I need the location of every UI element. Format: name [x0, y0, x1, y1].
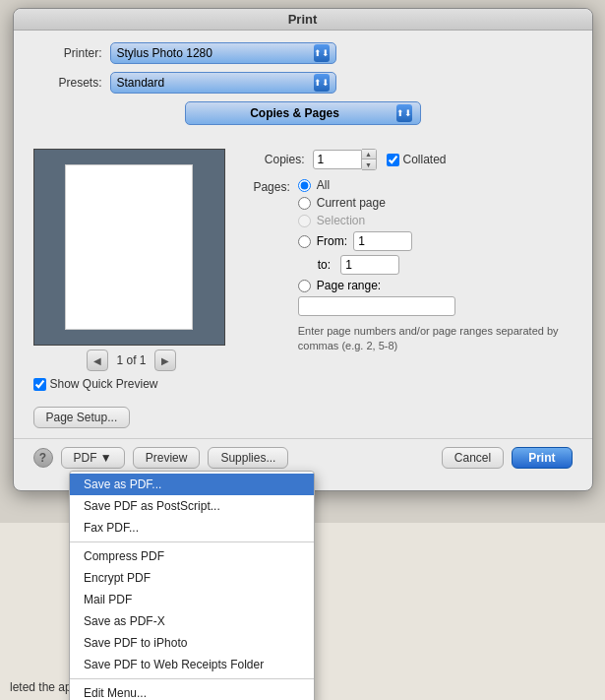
- radio-all-item: All: [298, 178, 573, 192]
- copies-label: Copies:: [246, 153, 305, 166]
- page-range-input[interactable]: [298, 296, 455, 316]
- copies-pages-label: Copies & Pages: [194, 106, 396, 120]
- presets-select-arrow: ⬆⬇: [314, 74, 330, 92]
- pdf-button[interactable]: PDF ▼: [61, 447, 125, 469]
- radio-current[interactable]: [298, 197, 311, 210]
- to-row: to:: [318, 255, 573, 275]
- main-content: ◀ 1 of 1 ▶ Show Quick Preview Copies: ▲ …: [14, 141, 592, 399]
- pages-radio-group: All Current page Selection From:: [298, 178, 573, 354]
- preview-controls: ◀ 1 of 1 ▶: [33, 350, 230, 371]
- page-setup-button[interactable]: Page Setup...: [33, 407, 131, 428]
- copies-pages-arrow: ⬆⬇: [396, 104, 412, 122]
- quick-preview-checkbox[interactable]: [33, 378, 46, 391]
- preview-box: [33, 149, 225, 346]
- radio-selection: [298, 215, 311, 227]
- presets-select[interactable]: Standard ⬆⬇: [110, 72, 336, 94]
- pages-row: Pages: All Current page Selection: [246, 178, 573, 354]
- next-page-button[interactable]: ▶: [154, 350, 176, 371]
- radio-from[interactable]: [298, 235, 311, 248]
- options-area: Copies: ▲ ▼ Collated Pages:: [246, 149, 573, 391]
- presets-label: Presets:: [33, 76, 102, 90]
- pdf-menu-item-2[interactable]: Fax PDF...: [70, 517, 314, 539]
- printer-select-value: Stylus Photo 1280: [117, 46, 314, 60]
- radio-range-label: Page range:: [317, 279, 381, 292]
- radio-all-label: All: [317, 178, 330, 192]
- pdf-menu-item-1[interactable]: Save PDF as PostScript...: [70, 495, 314, 517]
- pdf-menu-item-5[interactable]: Mail PDF: [70, 589, 314, 610]
- preview-page: [65, 164, 193, 330]
- quick-preview-row: Show Quick Preview: [33, 377, 230, 391]
- presets-select-value: Standard: [117, 76, 314, 90]
- pdf-dropdown-menu: Save as PDF... Save PDF as PostScript...…: [69, 471, 315, 700]
- pdf-menu-divider-1: [70, 541, 314, 542]
- form-area: Printer: Stylus Photo 1280 ⬆⬇ Presets: S…: [14, 31, 592, 141]
- radio-selection-label: Selection: [317, 214, 365, 227]
- page-setup-row: Page Setup...: [14, 399, 592, 432]
- printer-select-arrow: ⬆⬇: [314, 44, 330, 62]
- pdf-menu-item-0[interactable]: Save as PDF...: [70, 474, 314, 495]
- pdf-menu-item-9[interactable]: Edit Menu...: [70, 682, 314, 700]
- dialog-title-bar: Print: [14, 9, 592, 31]
- from-label: From:: [317, 234, 347, 248]
- copies-row: Copies: ▲ ▼ Collated: [246, 149, 573, 170]
- print-dialog: Print Printer: Stylus Photo 1280 ⬆⬇ Pres…: [13, 8, 593, 491]
- pdf-button-label: PDF ▼: [74, 451, 112, 465]
- pdf-menu-item-7[interactable]: Save PDF to iPhoto: [70, 632, 314, 654]
- presets-row: Presets: Standard ⬆⬇: [33, 72, 573, 94]
- copies-spinner: ▲ ▼: [313, 149, 377, 170]
- printer-row: Printer: Stylus Photo 1280 ⬆⬇: [33, 42, 573, 64]
- to-input[interactable]: [340, 255, 399, 275]
- page-info: 1 of 1: [116, 353, 146, 367]
- copies-spin-buttons: ▲ ▼: [362, 149, 377, 170]
- pdf-menu-item-8[interactable]: Save PDF to Web Receipts Folder: [70, 654, 314, 675]
- quick-preview-label: Show Quick Preview: [50, 377, 158, 391]
- pdf-menu-item-6[interactable]: Save as PDF-X: [70, 610, 314, 632]
- printer-label: Printer:: [33, 46, 102, 60]
- to-label: to:: [318, 258, 331, 272]
- pdf-menu-item-4[interactable]: Encrypt PDF: [70, 567, 314, 589]
- radio-all[interactable]: [298, 179, 311, 192]
- help-button[interactable]: ?: [33, 448, 53, 468]
- copies-up-button[interactable]: ▲: [362, 150, 376, 159]
- preview-button[interactable]: Preview: [133, 447, 201, 469]
- section-row: Copies & Pages ⬆⬇: [33, 101, 573, 125]
- collated-text: Collated: [403, 153, 447, 166]
- preview-area: ◀ 1 of 1 ▶ Show Quick Preview: [33, 149, 230, 391]
- radio-selection-item: Selection: [298, 214, 573, 227]
- print-button[interactable]: Print: [512, 447, 572, 469]
- prev-page-button[interactable]: ◀: [87, 350, 108, 371]
- cancel-button[interactable]: Cancel: [442, 447, 504, 469]
- from-row: From:: [298, 231, 573, 251]
- dialog-title-text: Print: [288, 12, 318, 27]
- pdf-menu-item-3[interactable]: Compress PDF: [70, 545, 314, 567]
- pages-label: Pages:: [246, 180, 290, 194]
- copies-pages-select[interactable]: Copies & Pages ⬆⬇: [185, 101, 421, 125]
- copies-down-button[interactable]: ▼: [362, 159, 376, 169]
- copies-input[interactable]: [313, 150, 362, 169]
- collated-checkbox[interactable]: [387, 154, 399, 166]
- from-input[interactable]: [353, 231, 412, 251]
- range-row: Page range:: [298, 279, 573, 292]
- hint-text: Enter page numbers and/or page ranges se…: [298, 324, 573, 354]
- collated-label: Collated: [387, 153, 447, 166]
- printer-select[interactable]: Stylus Photo 1280 ⬆⬇: [110, 42, 336, 64]
- supplies-button[interactable]: Supplies...: [208, 447, 288, 469]
- radio-current-label: Current page: [317, 196, 386, 210]
- radio-range[interactable]: [298, 280, 311, 292]
- radio-current-item: Current page: [298, 196, 573, 210]
- pdf-menu-divider-2: [70, 678, 314, 679]
